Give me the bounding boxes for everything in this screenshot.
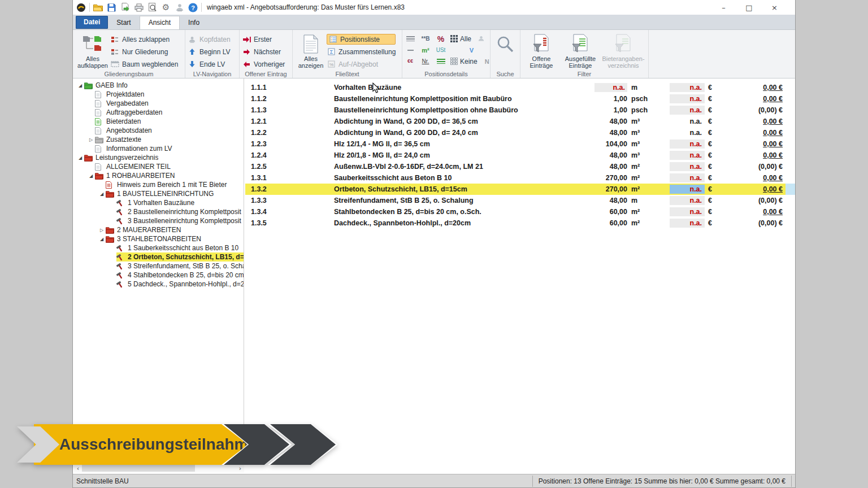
- tree-item[interactable]: Vergabedaten: [73, 99, 244, 108]
- user-small-icon[interactable]: [475, 36, 487, 42]
- tree-item[interactable]: 4 Stahlbetondecken B 25, d=bis 20 cm: [73, 271, 244, 280]
- suche-button[interactable]: [493, 32, 518, 69]
- tree-item[interactable]: Angebotsdaten: [73, 126, 244, 135]
- unit-price-cell[interactable]: n.a.€: [651, 94, 712, 103]
- unit-price-cell[interactable]: n.a.€: [651, 140, 712, 149]
- unit-price-cell[interactable]: n.a.€: [651, 151, 712, 160]
- position-row[interactable]: 1.1.3 Baustelleneinrichtung Komplettposi…: [245, 104, 795, 116]
- print-icon[interactable]: [133, 2, 144, 13]
- tree-item[interactable]: Projektdaten: [73, 90, 244, 99]
- close-button[interactable]: ×: [762, 0, 787, 15]
- text-lines-icon[interactable]: [405, 36, 416, 41]
- unit-price-cell[interactable]: n.a.€: [651, 117, 712, 126]
- unit-price-cell[interactable]: n.a.€: [651, 196, 712, 205]
- position-row[interactable]: 1.3.5 Dachdeck., Spannbeton-Hohlpl., d=2…: [245, 217, 795, 229]
- expander-icon[interactable]: ◢: [98, 237, 106, 242]
- offene-eintraege-button[interactable]: Offene Einträge: [523, 32, 560, 69]
- green-lines-icon[interactable]: [435, 59, 446, 64]
- v-list-toggle[interactable]: V: [466, 47, 477, 54]
- ausgefuellte-eintraege-button[interactable]: Ausgefüllte Einträge: [560, 32, 601, 69]
- expander-icon[interactable]: ◢: [98, 191, 106, 197]
- zusammenstellung-button[interactable]: Σ Zusammenstellung: [327, 46, 396, 57]
- tab-datei[interactable]: Datei: [76, 16, 108, 29]
- open-folder-icon[interactable]: [93, 2, 103, 13]
- tree-item[interactable]: ◢ 3 STAHLBETONARBEITEN: [73, 234, 244, 243]
- expander-icon[interactable]: ▷: [87, 137, 95, 142]
- expander-icon[interactable]: ▷: [98, 228, 106, 233]
- expander-icon[interactable]: ◢: [87, 173, 95, 178]
- export-document-icon[interactable]: [120, 2, 131, 13]
- tree-item[interactable]: Informationen zum LV: [73, 144, 244, 153]
- beginn-lv-button[interactable]: Beginn LV: [188, 46, 231, 57]
- tree-item[interactable]: ALLGEMEINER TEIL: [73, 162, 244, 171]
- alle-button[interactable]: Alle: [450, 35, 471, 43]
- alles-aufklappen-button[interactable]: Alles aufklappen: [75, 32, 110, 69]
- alles-zuklappen-button[interactable]: Alles zuklappen: [110, 34, 178, 45]
- tree-item[interactable]: 2 Ortbeton, Schutzschicht, LB15, d=15: [73, 252, 244, 262]
- tree-item[interactable]: 5 Dachdeck., Spannbeton-Hohlpl., d=2: [73, 280, 244, 289]
- unit-price-cell[interactable]: n.a.€: [651, 219, 712, 228]
- scroll-right-arrow[interactable]: ›: [236, 465, 244, 472]
- nur-gliederung-button[interactable]: Nur Gliederung: [110, 46, 178, 57]
- tree-item[interactable]: ▷ 2 MAUERARBEITEN: [73, 225, 244, 234]
- bieterangabenverzeichnis-button[interactable]: Bieterangaben-verzeichnis: [601, 32, 646, 69]
- print-preview-icon[interactable]: [147, 2, 158, 13]
- ust-toggle[interactable]: USt: [435, 47, 446, 53]
- position-row[interactable]: 1.2.5 Außenw.LB-Vbl 2-0.6-16DF, d=24.0cm…: [245, 161, 795, 172]
- tab-info[interactable]: Info: [180, 16, 208, 29]
- position-row[interactable]: 1.3.4 Stahlbetondecken B 25, d=bis 20 cm…: [245, 206, 795, 217]
- tree-item[interactable]: 1 Sauberkeitsschicht aus Beton B 10: [73, 243, 244, 252]
- tree-item[interactable]: 3 Streifenfundament, StB B 25, o. Scha: [73, 262, 244, 271]
- unit-price-cell[interactable]: n.a.€: [651, 83, 712, 92]
- tree-item[interactable]: Hinweis zum Bereich 1 mit TE Bieter: [73, 180, 244, 189]
- tree-item[interactable]: ◢ GAEB Info: [73, 81, 244, 90]
- expander-icon[interactable]: ◢: [76, 155, 84, 160]
- tree-item[interactable]: 2 Baustelleneinrichtung Komplettposit: [73, 207, 244, 216]
- tab-start[interactable]: Start: [108, 16, 139, 29]
- unit-toggle[interactable]: m²: [420, 47, 431, 54]
- position-row[interactable]: 1.2.3 Hlz 12/1,4 - MG II, d= 36,5 cm 104…: [245, 138, 795, 150]
- unit-price-cell[interactable]: n.a.€: [651, 173, 712, 182]
- short-text-icon[interactable]: [405, 50, 416, 51]
- tree-item[interactable]: 3 Baustelleneinrichtung Komplettposit: [73, 216, 244, 225]
- scrollbar-thumb[interactable]: [82, 465, 195, 472]
- position-row[interactable]: 1.1.1 Vorhalten Bauzäune n.a. m n.a.€ 0,…: [245, 82, 795, 93]
- unit-price-cell[interactable]: n.a.€: [651, 106, 712, 115]
- positionsliste-button[interactable]: Positionsliste: [327, 34, 396, 45]
- position-row[interactable]: 1.3.3 Streifenfundament, StB B 25, o. Sc…: [245, 195, 795, 206]
- naechster-button[interactable]: Nächster: [242, 46, 285, 57]
- vorheriger-button[interactable]: Vorheriger: [242, 59, 285, 69]
- save-icon[interactable]: [106, 2, 117, 13]
- erster-button[interactable]: Erster: [242, 34, 285, 45]
- keine-button[interactable]: Keine: [450, 58, 478, 66]
- auf-abgebot-button[interactable]: % Auf-/Abgebot: [327, 59, 396, 69]
- percent-toggle[interactable]: %: [435, 34, 446, 43]
- position-row[interactable]: 1.1.2 Baustelleneinrichtung Komplettposi…: [245, 93, 795, 104]
- unit-price-cell[interactable]: n.a.€: [651, 128, 712, 137]
- tree-item[interactable]: Auftraggeberdaten: [73, 108, 244, 117]
- tree-item[interactable]: ◢ 1 ROHBAUARBEITEN: [73, 171, 244, 180]
- nr-toggle[interactable]: Nr.: [420, 58, 431, 64]
- kopfdaten-button[interactable]: Kopfdaten: [188, 34, 231, 45]
- position-row[interactable]: 1.2.1 Abdichtung in Wand, G 200 DD, d= 3…: [245, 116, 795, 127]
- help-icon[interactable]: ?: [188, 2, 198, 13]
- tree-item[interactable]: Bieterdaten: [73, 117, 244, 126]
- position-row[interactable]: 1.3.2 Ortbeton, Schutzschicht, LB15, d=1…: [245, 184, 795, 195]
- minimize-button[interactable]: –: [711, 0, 736, 15]
- unit-price-cell[interactable]: n.a.€: [651, 162, 712, 171]
- unit-price-cell[interactable]: n.a.€: [651, 207, 712, 216]
- alles-anzeigen-button[interactable]: Alles anzeigen: [295, 32, 327, 69]
- scroll-left-arrow[interactable]: ‹: [74, 465, 82, 472]
- ende-lv-button[interactable]: Ende LV: [188, 59, 231, 69]
- tree-item[interactable]: ▷ Zusatztexte: [73, 135, 244, 144]
- baum-wegblenden-button[interactable]: Baum wegblenden: [110, 59, 178, 69]
- tree-item[interactable]: 1 Vorhalten Bauzäune: [73, 198, 244, 207]
- settings-gear-icon[interactable]: ⚙: [160, 2, 171, 13]
- euro-toggle[interactable]: €€: [405, 59, 416, 63]
- tree-item[interactable]: ◢ Leistungsverzeichnis: [73, 153, 244, 162]
- position-row[interactable]: 1.2.4 Hlz 20/1,8 - MG II, d= 24,0 cm 48,…: [245, 150, 795, 161]
- tree-item[interactable]: ◢ 1 BAUSTELLENEINRICHTUNG: [73, 189, 244, 198]
- unit-price-cell[interactable]: n.a.€: [651, 185, 712, 194]
- maximize-button[interactable]: □: [736, 0, 762, 15]
- tab-ansicht[interactable]: Ansicht: [140, 16, 180, 29]
